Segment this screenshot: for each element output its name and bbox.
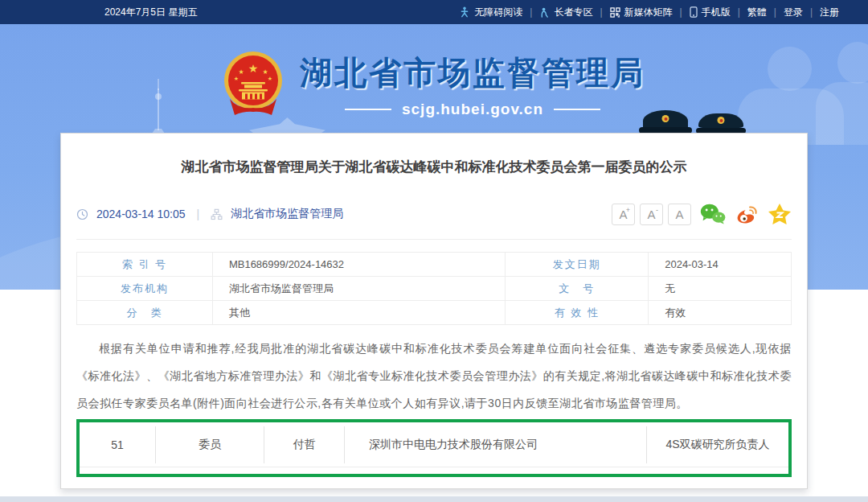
footer-strip: [0, 496, 868, 502]
member-position: 4S双碳研究所负责人: [647, 426, 788, 463]
separator: |: [600, 6, 602, 18]
elder-icon: [539, 7, 550, 18]
site-brand[interactable]: ★ ★ ★ ★ ★ 湖北省市场监督管理局: [0, 50, 868, 119]
highlighted-table-row-box: 51 委员 付哲 深圳市中电电力技术股份有限公司 4S双碳研究所负责人: [76, 419, 792, 477]
article-meta-row: 2024-03-14 10:05 | 湖北省市场监督管理局 A + A - A: [76, 203, 792, 240]
member-role: 委员: [156, 426, 264, 463]
site-title: 湖北省市场监督管理局: [300, 51, 645, 95]
cap-badge: [718, 117, 725, 124]
separator: |: [774, 6, 776, 18]
table-row: 索 引 号 MB1686999/2024-14632 发文日期 2024-03-…: [77, 253, 792, 277]
article-card: 湖北省市场监督管理局关于湖北省碳达峰碳中和标准化技术委员会第一届委员的公示 20…: [60, 133, 808, 489]
info-label-document-number: 文 号: [506, 277, 649, 301]
svg-text:★: ★: [268, 76, 272, 82]
info-value-issue-date: 2024-03-14: [649, 253, 792, 277]
separator: |: [738, 6, 740, 18]
svg-text:★: ★: [248, 62, 259, 75]
topbar-links: 无障碍阅读 | 长者专区 | 新媒体矩阵 | 手机版 | 繁體 | 登录 | 注…: [459, 6, 839, 19]
wechat-share-icon[interactable]: [699, 203, 726, 225]
separator: |: [810, 6, 813, 18]
brand-text: 湖北省市场监督管理局 scjg.hubei.gov.cn: [300, 51, 645, 118]
article-meta-tools: A + A - A: [607, 203, 792, 225]
new-media-matrix-link[interactable]: 新媒体矩阵: [610, 6, 673, 19]
info-label-category: 分 类: [77, 301, 213, 325]
site-domain-row: scjg.hubei.gov.cn: [345, 101, 600, 118]
article-body: 根据有关单位申请和推荐,经我局批准的湖北省碳达峰碳中和标准化技术委员会筹建单位面…: [76, 335, 792, 417]
info-label-index-number: 索 引 号: [77, 253, 213, 277]
member-number: 51: [80, 426, 156, 463]
dash-right: [554, 109, 600, 110]
separator: |: [680, 6, 682, 18]
font-smaller-button[interactable]: A -: [640, 204, 663, 225]
font-reset-button[interactable]: A: [668, 204, 691, 225]
article-title: 湖北省市场监督管理局关于湖北省碳达峰碳中和标准化技术委员会第一届委员的公示: [76, 158, 792, 176]
weibo-share-icon[interactable]: [734, 203, 760, 225]
font-larger-button[interactable]: A +: [612, 204, 635, 225]
publish-time: 2024-03-14 10:05: [96, 208, 186, 220]
officer-cap-illustration: [639, 110, 692, 134]
info-value-issuing-agency: 湖北省市场监督管理局: [212, 277, 505, 301]
member-organization: 深圳市中电电力技术股份有限公司: [345, 426, 647, 463]
topbar-date: 2024年7月5日 星期五: [104, 6, 197, 19]
source-icon: [211, 208, 223, 220]
article-meta-left: 2024-03-14 10:05 | 湖北省市场监督管理局: [76, 207, 343, 221]
document-info-table: 索 引 号 MB1686999/2024-14632 发文日期 2024-03-…: [76, 252, 792, 325]
table-row: 发布机构 湖北省市场监督管理局 文 号 无: [77, 277, 792, 301]
traditional-chinese-link[interactable]: 繁體: [747, 6, 767, 19]
separator: |: [194, 208, 203, 220]
info-value-validity: 有效: [649, 301, 792, 325]
separator: |: [530, 6, 532, 18]
qrcode-icon: [610, 7, 620, 18]
svg-text:★: ★: [262, 68, 268, 76]
register-link[interactable]: 注册: [820, 6, 839, 19]
info-value-document-number: 无: [649, 277, 792, 301]
login-link[interactable]: 登录: [784, 6, 803, 19]
info-label-issue-date: 发文日期: [506, 253, 649, 277]
info-label-issuing-agency: 发布机构: [77, 277, 213, 301]
elder-zone-link[interactable]: 长者专区: [539, 6, 592, 19]
officer-cap-illustration: [696, 113, 746, 134]
qzone-star-share-icon[interactable]: [768, 203, 792, 225]
topbar: 2024年7月5日 星期五 无障碍阅读 | 长者专区 | 新媒体矩阵 | 手机版…: [0, 0, 868, 24]
table-row: 分 类 其他 有 效 性 有效: [77, 301, 792, 325]
national-emblem: ★ ★ ★ ★ ★: [223, 50, 284, 119]
clock-icon: [76, 208, 88, 220]
committee-member-row: 51 委员 付哲 深圳市中电电力技术股份有限公司 4S双碳研究所负责人: [80, 422, 788, 467]
dash-left: [345, 109, 391, 110]
info-value-category: 其他: [212, 301, 505, 325]
accessible-reading-link[interactable]: 无障碍阅读: [459, 6, 522, 19]
info-value-index-number: MB1686999/2024-14632: [212, 253, 505, 277]
info-label-validity: 有 效 性: [506, 301, 649, 325]
phone-icon: [690, 6, 698, 18]
accessibility-icon: [459, 6, 470, 18]
site-domain: scjg.hubei.gov.cn: [402, 101, 543, 118]
cap-badge: [662, 115, 669, 122]
svg-text:★: ★: [238, 68, 244, 76]
article-source: 湖北省市场监督管理局: [231, 207, 343, 221]
member-name: 付哲: [264, 426, 345, 463]
svg-text:★: ★: [234, 76, 239, 82]
mobile-version-link[interactable]: 手机版: [690, 6, 731, 19]
